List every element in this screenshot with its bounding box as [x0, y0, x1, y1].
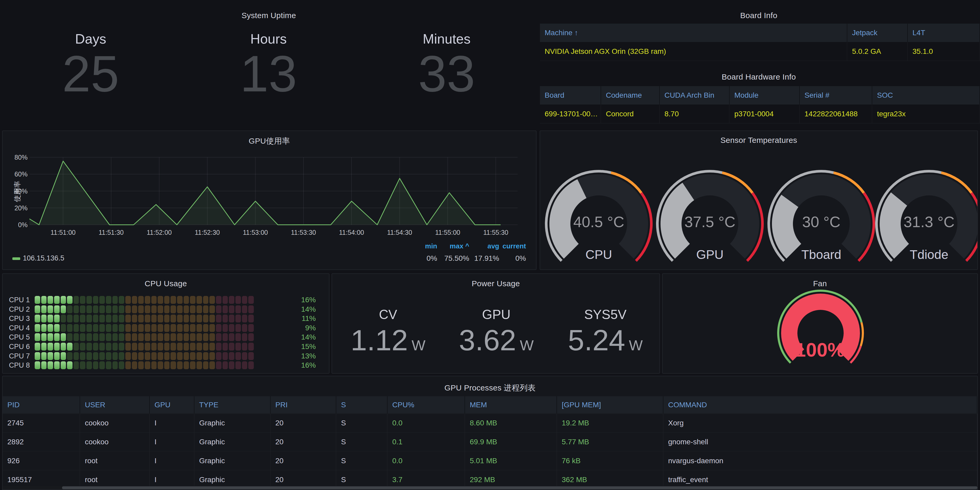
legend-value-avg: 17.91% [474, 254, 499, 263]
led-cell [197, 296, 202, 304]
process-header-7[interactable]: MEM [465, 396, 557, 414]
uptime-stat-hours: Hours 13 [190, 31, 347, 101]
led-cell [242, 362, 248, 369]
led-cell [106, 343, 111, 350]
process-header-2[interactable]: GPU [150, 396, 194, 414]
board-info-header-2[interactable]: L4T [908, 24, 980, 42]
board-hw-header-0[interactable]: Board [540, 86, 601, 105]
process-cell: 0.1 [388, 433, 465, 451]
led-cell [164, 333, 170, 341]
led-cell [158, 305, 163, 313]
led-cell [209, 352, 215, 360]
cpu-row-label: CPU 3 [9, 315, 30, 322]
led-cell [86, 343, 92, 350]
process-cell: 5.77 MB [557, 433, 663, 451]
legend-sort-current[interactable]: current [502, 242, 526, 250]
led-cell [242, 352, 248, 360]
led-cell [93, 315, 99, 322]
led-cell [138, 296, 144, 304]
led-cell [248, 362, 254, 369]
led-cell [106, 305, 111, 313]
gauge-label-gpu: GPU [665, 247, 754, 262]
led-cell [48, 296, 53, 304]
process-header-3[interactable]: TYPE [194, 396, 270, 414]
led-cell [132, 324, 137, 332]
led-cell [138, 343, 144, 350]
legend-series-swatch [12, 257, 20, 260]
led-cell [229, 315, 234, 322]
panel-title-sensors: Sensor Temperatures [540, 136, 977, 145]
process-cell: 20 [270, 414, 336, 432]
led-cell [67, 305, 73, 313]
uptime-hours-label: Hours [190, 31, 347, 47]
process-header-6[interactable]: CPU% [388, 396, 465, 414]
led-cell [151, 352, 157, 360]
led-cell [235, 333, 241, 341]
led-cell [113, 305, 118, 313]
led-cell [190, 352, 196, 360]
process-header-5[interactable]: S [336, 396, 388, 414]
board-hw-header-3[interactable]: Module [730, 86, 800, 105]
process-cell: I [150, 433, 194, 451]
y-tick: 40% [14, 187, 28, 195]
led-cell [177, 362, 183, 369]
horizontal-scrollbar[interactable] [3, 486, 977, 490]
uptime-days-label: Days [12, 31, 169, 47]
legend-sort-avg[interactable]: avg [487, 242, 499, 250]
led-cell [223, 296, 228, 304]
led-cell [67, 333, 73, 341]
gpu-process-table: PIDUSERGPUTYPEPRISCPU%MEM[GPU MEM]COMMAN… [3, 396, 977, 489]
led-cell [209, 315, 215, 322]
process-header-8[interactable]: [GPU MEM] [557, 396, 663, 414]
board-info-header-0[interactable]: Machine ↑ [540, 24, 847, 42]
panel-title-board-hw: Board Hardware Info [538, 73, 980, 81]
board-info-header-1[interactable]: Jetpack [847, 24, 908, 42]
board-hw-header-2[interactable]: CUDA Arch Bin [660, 86, 730, 105]
led-cell [177, 343, 183, 350]
process-cell: 69.9 MB [465, 433, 557, 451]
board-hw-header-5[interactable]: SOC [872, 86, 980, 105]
x-tick: 11:53:30 [291, 229, 316, 236]
gauge-value-tdiode: 31.3 °C [885, 213, 974, 231]
led-cell [229, 305, 234, 313]
process-header-4[interactable]: PRI [270, 396, 336, 414]
board-hw-header-1[interactable]: Codename [601, 86, 660, 105]
led-cell [197, 315, 202, 322]
led-cell [132, 362, 137, 369]
led-cell [48, 362, 53, 369]
process-header-9[interactable]: COMMAND [663, 396, 977, 414]
led-cell [203, 362, 208, 369]
process-header-1[interactable]: USER [80, 396, 150, 414]
led-cell [138, 333, 144, 341]
led-cell [113, 333, 118, 341]
board-hw-header-4[interactable]: Serial # [800, 86, 872, 105]
led-cell [67, 352, 73, 360]
uptime-hours-value: 13 [190, 47, 347, 101]
led-cell [73, 362, 79, 369]
legend-sort-max[interactable]: max ^ [450, 242, 469, 250]
legend-sort-min[interactable]: min [425, 242, 437, 250]
led-cell [184, 315, 189, 322]
led-cell [61, 362, 66, 369]
led-cell [242, 324, 248, 332]
led-cell [113, 343, 118, 350]
y-tick: 0% [18, 221, 28, 228]
cpu-row-value: 14% [284, 305, 316, 313]
led-cell [132, 305, 137, 313]
cpu-row-value: 16% [284, 296, 316, 304]
cpu-row-4: CPU 49% [3, 324, 329, 332]
led-cell [203, 315, 208, 322]
led-cell [164, 305, 170, 313]
x-tick: 11:51:00 [51, 229, 75, 236]
legend-series-name[interactable]: 106.15.136.5 [23, 254, 64, 262]
led-cell [190, 315, 196, 322]
process-header-0[interactable]: PID [3, 396, 80, 414]
led-cell [99, 362, 105, 369]
led-cell [54, 352, 60, 360]
led-cell [86, 315, 92, 322]
scrollbar-thumb[interactable] [62, 486, 977, 489]
process-cell: Graphic [194, 414, 270, 432]
led-cell [216, 362, 221, 369]
x-tick: 11:53:00 [243, 229, 268, 236]
led-cell [145, 343, 150, 350]
